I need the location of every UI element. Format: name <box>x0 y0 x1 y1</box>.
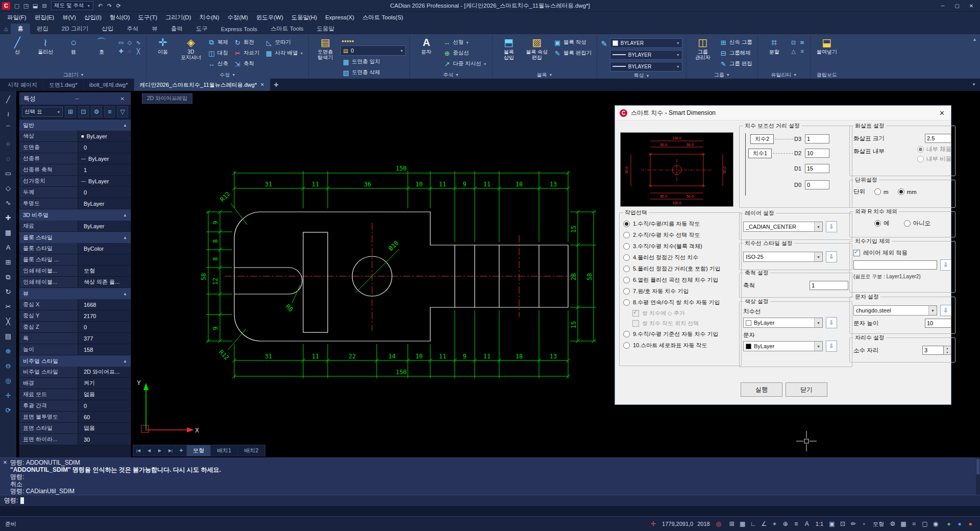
property-row[interactable]: 선종류—ByLayer <box>19 153 131 164</box>
group-manager-button[interactable]: ◫그룹 관리자 <box>690 35 716 60</box>
dimension-option[interactable]: 2.수직/수평 치수 선택 작도 <box>623 229 738 240</box>
quick-properties-icon[interactable]: ⊡ <box>838 519 847 528</box>
menu-item[interactable]: 윈도우(W) <box>252 12 287 23</box>
selection-cycling-icon[interactable]: ▫ <box>860 519 869 528</box>
ribbon-tab[interactable]: 편집 <box>30 23 55 34</box>
save-icon[interactable]: ⬓ <box>31 2 40 10</box>
dimension-option[interactable]: 6.열린 폴리선 곡선 전체 치수 기입 <box>623 274 738 285</box>
block-tool-icon[interactable]: ⊞ <box>1 255 16 270</box>
group-edit-button[interactable]: ✎그룹 편집 <box>718 59 754 69</box>
grid-icon[interactable]: ▦ <box>738 519 747 528</box>
area-icon[interactable]: △ <box>790 47 798 55</box>
block-editor-button[interactable]: ✎블록 편집기 <box>552 48 593 58</box>
radio-icon[interactable] <box>623 266 630 272</box>
property-row[interactable]: 재료ByLayer <box>19 221 131 232</box>
d3-input[interactable] <box>805 134 829 143</box>
property-row[interactable]: 투명도ByLayer <box>19 198 131 209</box>
radio-icon[interactable] <box>623 331 630 337</box>
trim-button[interactable]: ✂자르기 <box>232 48 261 58</box>
layer-combo[interactable]: ▤0▼ <box>340 45 406 56</box>
zoom-window-tool-icon[interactable]: ◎ <box>1 373 16 388</box>
layer-match-button[interactable]: ▦도면층 일치 <box>340 57 406 67</box>
run-button[interactable]: 실행 <box>741 382 782 397</box>
ribbon-tab[interactable]: Express Tools <box>214 23 264 34</box>
property-row[interactable]: 표면 하이라...30 <box>19 434 131 445</box>
linetype-combo[interactable]: BYLAYER▼ <box>610 50 682 60</box>
mirror-button[interactable]: ◫대칭 <box>206 48 230 58</box>
ribbon-tab[interactable]: 도구 <box>189 23 214 34</box>
text-height-input[interactable] <box>925 319 951 328</box>
ortho-icon[interactable]: ∟ <box>749 519 758 528</box>
command-input[interactable]: 명령: <box>0 495 980 506</box>
menu-item[interactable]: 그리기(D) <box>161 12 195 23</box>
array-button[interactable]: ▦사각 배열▼ <box>264 48 305 58</box>
lineweight-icon[interactable]: ≡ <box>792 519 801 528</box>
minimize-button[interactable]: ─ <box>936 1 949 10</box>
layout-tab[interactable]: 배치1 <box>211 445 238 456</box>
dimline-color-combo[interactable]: ByLayer▼ <box>743 318 823 328</box>
property-row[interactable]: 플롯 스타일ByColor <box>19 243 131 254</box>
radio-icon[interactable] <box>898 188 904 195</box>
filter-icon[interactable]: ▽ <box>117 106 128 117</box>
match-properties-icon[interactable]: ✎ <box>601 39 607 49</box>
print-icon[interactable]: ⊟ <box>40 2 49 10</box>
radio-icon[interactable] <box>904 220 911 227</box>
polygon-tool-icon[interactable]: ◇ <box>1 181 16 196</box>
d2-input[interactable] <box>805 149 829 158</box>
decimal-digits-input[interactable] <box>922 346 944 355</box>
dimension-option[interactable]: 4.폴리선 정점간 직선 치수 <box>623 252 738 263</box>
dialog-title-bar[interactable]: C 스마트 치수 - Smart Dimension ✕ <box>615 106 951 120</box>
polyline-tool-icon[interactable]: ≀ <box>1 107 16 122</box>
arrow-empty-option[interactable]: 내부 비움 <box>917 155 951 163</box>
ribbon-tab[interactable]: 뷰 <box>145 23 164 34</box>
workspace-combo[interactable]: 제도 및 주석▼ <box>51 1 93 10</box>
exclude-layers-input[interactable] <box>853 260 937 270</box>
close-command-icon[interactable]: ✕ <box>3 460 7 495</box>
ungroup-button[interactable]: ⊟그룹해제 <box>718 48 754 58</box>
radio-icon[interactable] <box>623 299 630 306</box>
property-row[interactable]: 중심 X1668 <box>19 299 131 310</box>
dimension-option[interactable]: 7.원/호 자동 치수 기입 <box>623 285 738 297</box>
palette-title-bar[interactable]: 특성 ─ ✕ <box>19 92 131 105</box>
layer-delete-button[interactable]: ▧도면층 삭제 <box>340 67 406 78</box>
circle-button[interactable]: ○원 <box>61 35 86 55</box>
new-tab-button[interactable]: ✚ <box>271 79 282 91</box>
arrow-fill-option[interactable]: 내부 채움 <box>917 146 951 153</box>
point-tool-icon[interactable]: ✚ <box>1 210 16 225</box>
snap-icon[interactable]: ⊞ <box>727 519 737 528</box>
xline-icon[interactable]: ╳ <box>134 47 142 55</box>
group-label-block[interactable]: 블록▼ <box>496 71 593 79</box>
annotation-scale-icon[interactable]: ▣ <box>827 519 837 528</box>
polar-icon[interactable]: ∠ <box>760 519 769 528</box>
pair-position-checkbox[interactable]: 쌍 치수 작도 위치 선택 <box>623 318 738 328</box>
spline-icon[interactable]: ∿ <box>134 38 142 46</box>
ribbon-tab[interactable]: 출력 <box>164 23 189 34</box>
checkbox-icon[interactable] <box>632 320 639 327</box>
line-button[interactable]: ╱선 <box>5 35 30 55</box>
close-button[interactable]: ✕ <box>965 1 978 10</box>
outer-r-no-option[interactable]: 아니오 <box>904 220 931 227</box>
scale-button[interactable]: ⇲축척 <box>232 59 261 69</box>
target-icon[interactable]: ◎ <box>714 519 723 528</box>
property-row[interactable]: 배경켜기 <box>19 378 131 389</box>
dimension-option[interactable]: 1.수직/수평/지름 자동 작도 <box>623 218 738 229</box>
property-row[interactable]: 중심 Y2170 <box>19 310 131 322</box>
group-label-draw[interactable]: 그리기▼ <box>5 71 142 79</box>
palette-section-header[interactable]: 비주얼 스타일▲ <box>19 355 131 367</box>
property-row[interactable]: 두께0 <box>19 187 131 198</box>
status-red-dot[interactable]: ● <box>966 519 975 528</box>
selection-combo[interactable]: 선택 요▼ <box>22 107 63 117</box>
regen-tool-icon[interactable]: ⟳ <box>1 403 16 418</box>
radio-icon[interactable] <box>917 156 924 162</box>
document-tab[interactable]: ibolt_예제.dwg* ✕ <box>84 79 134 91</box>
measure-icon[interactable]: ⊡ <box>790 38 798 46</box>
zoom-out-tool-icon[interactable]: ⊖ <box>1 358 16 373</box>
arc-button[interactable]: ⌒호 <box>89 35 114 55</box>
ribbon-tab[interactable]: 삽입 <box>95 23 120 34</box>
osnap-icon[interactable]: ⌖ <box>770 519 779 528</box>
property-row[interactable]: 도면층0 <box>19 142 131 153</box>
polyline-button[interactable]: ≀폴리선 <box>33 35 58 55</box>
pair-diamond-checkbox[interactable]: 쌍 치수에 ◇ 추가 <box>623 308 738 318</box>
menu-item[interactable]: 치수(N) <box>195 12 224 23</box>
palette-section-header[interactable]: 3D 비주얼▲ <box>19 209 131 221</box>
